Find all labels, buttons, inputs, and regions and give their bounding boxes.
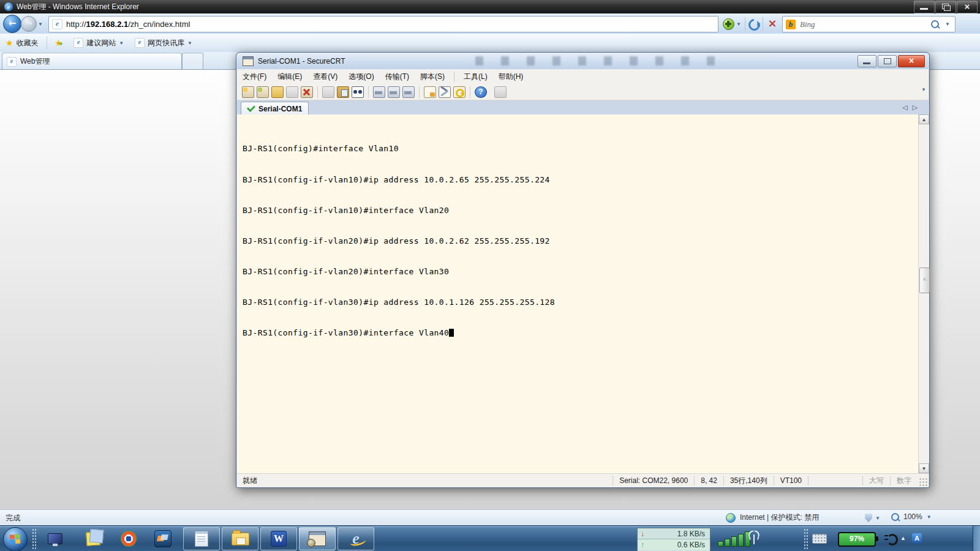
favorites-button[interactable]: ★ 收藏夹 bbox=[0, 36, 44, 50]
start-button[interactable] bbox=[3, 527, 28, 551]
menu-file[interactable]: 文件(F) bbox=[237, 70, 272, 84]
ie-titlebar[interactable]: e Web管理 - Windows Internet Explorer bbox=[0, 0, 980, 13]
quicklaunch-media-app[interactable] bbox=[118, 528, 139, 549]
network-speed-widget[interactable]: ↓ 1.8 KB/s ↑ 0.6 KB/s bbox=[637, 528, 710, 551]
notepad-icon bbox=[195, 531, 208, 547]
windows-flag-icon bbox=[9, 534, 21, 544]
menu-edit[interactable]: 编辑(E) bbox=[272, 70, 307, 84]
terminal-scrollbar[interactable]: ▲ ≡ ▼ bbox=[918, 114, 929, 473]
keyboard-icon[interactable] bbox=[812, 534, 827, 544]
signal-strength-indicator[interactable] bbox=[715, 530, 763, 548]
shield-icon bbox=[865, 514, 872, 522]
print-setup-icon[interactable] bbox=[388, 86, 400, 98]
history-dropdown-icon[interactable]: ▼ bbox=[38, 21, 43, 27]
hidden-icons-arrow[interactable]: ▲ bbox=[900, 535, 906, 541]
back-button[interactable]: ← bbox=[3, 15, 21, 33]
url-host: 192.168.2.1 bbox=[86, 20, 129, 29]
scroll-up-icon[interactable]: ▲ bbox=[919, 114, 929, 124]
resize-grip-icon[interactable] bbox=[919, 478, 927, 486]
tab-web-admin[interactable]: e Web管理 bbox=[2, 53, 182, 70]
upload-speed-row: ↑ 0.6 KB/s bbox=[638, 539, 710, 550]
address-dropdown-icon[interactable]: ▼ bbox=[736, 21, 741, 27]
session-options-icon[interactable] bbox=[424, 86, 436, 98]
ie-close-button[interactable] bbox=[957, 1, 978, 13]
session-tab-serial-com1[interactable]: Serial-COM1 bbox=[241, 102, 309, 115]
menu-transfer[interactable]: 传输(T) bbox=[380, 70, 415, 84]
taskbar-button-notepad[interactable] bbox=[183, 527, 220, 550]
crt-close-button[interactable] bbox=[898, 55, 925, 67]
suggested-sites-icon: e bbox=[74, 38, 83, 48]
global-options-icon[interactable] bbox=[439, 86, 451, 98]
search-icon[interactable] bbox=[931, 20, 939, 28]
disconnect-icon[interactable] bbox=[301, 86, 313, 98]
sticky-notes-icon bbox=[86, 531, 100, 545]
tab-scroll-arrows[interactable]: ◁▷ bbox=[902, 103, 922, 111]
ie-logo-icon: e bbox=[4, 2, 13, 11]
security-zone: Internet | 保护模式: 禁用 bbox=[726, 512, 819, 523]
quicklaunch-sticky-notes[interactable] bbox=[83, 528, 104, 549]
ie-restore-button[interactable] bbox=[935, 1, 956, 13]
crt-status-ready: 就绪 bbox=[237, 476, 612, 486]
menu-view[interactable]: 查看(V) bbox=[307, 70, 343, 84]
taskbar-grip bbox=[804, 528, 808, 549]
zoom-level: 100% bbox=[903, 512, 922, 521]
quicklaunch-remote-desktop[interactable] bbox=[45, 528, 66, 549]
paste-icon[interactable] bbox=[337, 86, 349, 98]
divider bbox=[745, 17, 745, 31]
stop-icon[interactable]: × bbox=[766, 17, 779, 30]
divider bbox=[419, 86, 420, 98]
help-icon[interactable]: ? bbox=[475, 86, 487, 98]
add-to-favorites-bar-button[interactable]: ★ bbox=[50, 36, 69, 50]
ie-minimize-button[interactable] bbox=[914, 1, 935, 13]
connect-in-tab-icon[interactable] bbox=[271, 86, 284, 98]
address-bar[interactable]: e http://192.168.2.1/zh_cn/index.html bbox=[48, 16, 718, 32]
securecrt-titlebar[interactable]: Serial-COM1 - SecureCRT bbox=[236, 53, 929, 69]
taskbar-button-internet-explorer[interactable]: e bbox=[337, 527, 374, 550]
show-desktop-button[interactable] bbox=[973, 526, 980, 551]
search-placeholder: Bing bbox=[800, 20, 931, 29]
suggested-sites-button[interactable]: e 建议网站 ▼ bbox=[68, 36, 129, 50]
menu-tools[interactable]: 工具(L) bbox=[458, 70, 493, 84]
forward-button[interactable]: → bbox=[21, 16, 37, 32]
taskbar-button-word[interactable]: W bbox=[260, 527, 297, 550]
search-dropdown-icon[interactable]: ▼ bbox=[945, 21, 950, 27]
securecrt-tab-bar: Serial-COM1 ◁▷ bbox=[237, 100, 929, 115]
zoom-control[interactable]: 100% ▼ bbox=[891, 512, 932, 521]
refresh-icon[interactable] bbox=[746, 17, 763, 33]
terminal-line: BJ-RS1(config-if-vlan10)#ip address 10.0… bbox=[243, 175, 918, 186]
terminal-area[interactable]: BJ-RS1(config)#interface Vlan10 BJ-RS1(c… bbox=[237, 114, 919, 473]
tab-favicon: e bbox=[7, 57, 17, 67]
terminal-line: BJ-RS1(config-if-vlan30)#ip address 10.0… bbox=[243, 298, 918, 308]
connected-check-icon bbox=[247, 103, 255, 112]
crt-minimize-button[interactable] bbox=[858, 55, 876, 67]
globe-icon bbox=[726, 513, 736, 523]
scrollbar-thumb[interactable]: ≡ bbox=[919, 268, 930, 293]
quick-connect-icon[interactable] bbox=[242, 86, 254, 98]
web-slices-button[interactable]: e 网页快讯库 ▼ bbox=[129, 36, 198, 50]
key-agent-icon[interactable] bbox=[453, 86, 466, 98]
privacy-control[interactable]: ▼ bbox=[865, 514, 880, 522]
print-preview-icon[interactable] bbox=[373, 86, 385, 98]
bing-logo-icon: b bbox=[786, 20, 796, 29]
battery-indicator[interactable]: 97% bbox=[838, 532, 876, 547]
download-speed: 1.8 KB/s bbox=[647, 530, 710, 538]
menu-script[interactable]: 脚本(S) bbox=[415, 70, 450, 84]
find-icon[interactable] bbox=[352, 86, 364, 98]
securecrt-menubar: 文件(F) 编辑(E) 查看(V) 选项(O) 传输(T) 脚本(S) 工具(L… bbox=[237, 69, 929, 84]
crt-maximize-button[interactable] bbox=[878, 55, 897, 67]
quicklaunch-vmware[interactable] bbox=[153, 528, 173, 549]
scroll-down-icon[interactable]: ▼ bbox=[919, 463, 929, 473]
toolbar-overflow-icon[interactable]: ▼ bbox=[921, 87, 926, 92]
menu-help[interactable]: 帮助(H) bbox=[493, 70, 529, 84]
taskbar-button-file-explorer[interactable] bbox=[222, 527, 258, 550]
compatibility-view-icon[interactable] bbox=[723, 18, 734, 30]
antivirus-icon[interactable]: A bbox=[912, 533, 922, 543]
search-box[interactable]: b Bing ▼ bbox=[782, 16, 956, 32]
taskbar-button-securecrt[interactable] bbox=[299, 527, 336, 550]
print-icon[interactable] bbox=[402, 86, 415, 98]
chevron-down-icon: ▼ bbox=[927, 514, 932, 520]
menu-options[interactable]: 选项(O) bbox=[343, 70, 379, 84]
divider bbox=[470, 86, 470, 98]
connect-icon[interactable] bbox=[257, 86, 269, 98]
new-tab-button[interactable] bbox=[182, 53, 203, 70]
